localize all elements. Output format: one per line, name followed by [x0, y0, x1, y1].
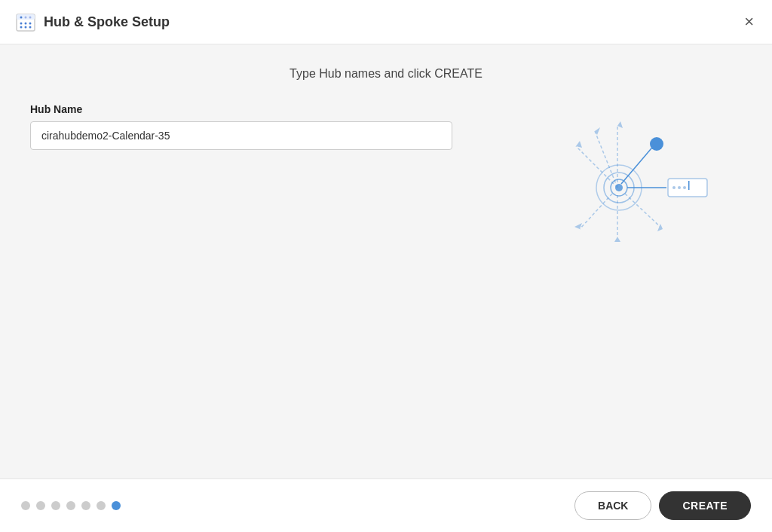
form-section: Hub Name — [30, 103, 452, 150]
hub-spoke-diagram — [546, 112, 712, 263]
svg-point-10 — [29, 17, 32, 19]
svg-point-3 — [25, 23, 27, 25]
svg-point-9 — [25, 17, 27, 19]
svg-marker-27 — [657, 224, 663, 231]
instruction-text: Type Hub names and click CREATE — [30, 67, 742, 81]
step-dots — [21, 501, 121, 510]
svg-line-18 — [580, 194, 612, 229]
back-button[interactable]: BACK — [574, 491, 651, 520]
svg-marker-28 — [614, 237, 620, 242]
modal-footer: BACK CREATE — [0, 478, 772, 532]
step-dot-4 — [66, 501, 75, 510]
close-button[interactable]: × — [741, 11, 757, 33]
hub-name-input[interactable] — [30, 121, 452, 150]
svg-point-2 — [20, 23, 23, 25]
svg-marker-29 — [574, 223, 582, 229]
svg-marker-24 — [576, 141, 582, 148]
svg-point-7 — [29, 26, 32, 29]
svg-point-8 — [20, 17, 23, 19]
step-dot-3 — [51, 501, 60, 510]
svg-line-14 — [621, 144, 655, 184]
footer-buttons: BACK CREATE — [574, 491, 751, 520]
svg-point-6 — [25, 26, 27, 29]
modal-container: Hub & Spoke Setup × Type Hub names and c… — [0, 0, 772, 532]
modal-body: Type Hub names and click CREATE Hub Name — [0, 44, 772, 478]
svg-point-32 — [678, 186, 681, 189]
calendar-icon — [15, 11, 36, 32]
modal-title: Hub & Spoke Setup — [44, 14, 170, 30]
modal-header: Hub & Spoke Setup × — [0, 0, 772, 44]
svg-marker-26 — [617, 121, 623, 128]
svg-point-4 — [29, 23, 32, 25]
svg-point-31 — [672, 186, 676, 189]
step-dot-6 — [96, 501, 106, 510]
modal-title-area: Hub & Spoke Setup — [15, 11, 170, 32]
hub-name-label: Hub Name — [30, 103, 452, 115]
svg-rect-34 — [688, 181, 690, 190]
svg-point-22 — [615, 184, 623, 191]
svg-point-33 — [683, 186, 686, 189]
create-button[interactable]: CREATE — [659, 491, 751, 520]
svg-point-5 — [20, 26, 23, 29]
svg-point-23 — [650, 137, 663, 151]
step-dot-5 — [81, 501, 90, 510]
svg-line-16 — [625, 194, 663, 229]
step-dot-1 — [21, 501, 30, 510]
step-dot-2 — [36, 501, 45, 510]
step-dot-7 — [112, 501, 121, 510]
